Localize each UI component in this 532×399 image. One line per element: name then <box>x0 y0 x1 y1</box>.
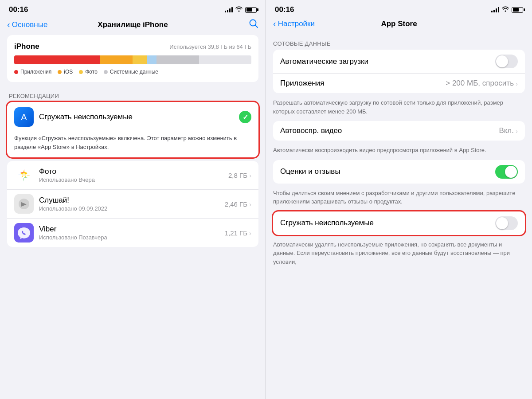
check-icon: ✓ <box>243 113 248 121</box>
svg-line-1 <box>255 25 258 28</box>
wifi-icon-left <box>235 6 243 13</box>
auto-video-card: Автовоспр. видео Вкл. › <box>273 121 525 141</box>
apps-size-value: > 200 МБ, спросить <box>446 79 514 88</box>
viber-app-name: Viber <box>39 225 219 234</box>
battery-icon-left <box>245 7 257 13</box>
left-screen: 00:16 ‹ Основные <box>0 0 266 399</box>
back-button-right[interactable]: ‹ Настройки <box>273 19 315 29</box>
storage-device-name: iPhone <box>14 42 39 51</box>
ratings-card: Оценки и отзывы <box>273 160 525 184</box>
section-label-recommendations: РЕКОМЕНДАЦИИ <box>7 93 258 102</box>
legend-system: Системные данные <box>104 69 158 75</box>
offload-right-thumb <box>496 217 508 229</box>
ratings-thumb <box>505 166 517 178</box>
slushay-app-size: 2,46 ГБ › <box>225 200 251 208</box>
apps-list: Фото Использовано Вчера 2,8 ГБ › <box>7 161 258 247</box>
back-label-left: Основные <box>12 20 48 29</box>
app-item-viber[interactable]: Viber Использовано Позавчера 1,21 ГБ › <box>7 219 258 247</box>
photos-app-icon <box>14 165 34 185</box>
auto-video-value: Вкл. <box>499 126 514 135</box>
auto-downloads-row[interactable]: Автоматические загрузки <box>273 50 525 74</box>
slushay-last-used: Использовано 09.09.2022 <box>39 205 219 212</box>
slushay-app-details: Слушай! Использовано 09.09.2022 <box>39 196 219 212</box>
offload-check-mark: ✓ <box>239 111 251 123</box>
status-icons-left <box>225 6 257 13</box>
apps-size-row[interactable]: Приложения > 200 МБ, спросить › <box>273 74 525 93</box>
back-chevron-left: ‹ <box>7 20 10 30</box>
viber-chevron: › <box>249 229 251 237</box>
segment-photos <box>133 55 147 64</box>
photos-app-size: 2,8 ГБ › <box>228 172 251 179</box>
cellular-description: Разрешать автоматическую загрузку по сот… <box>266 97 532 121</box>
ratings-toggle[interactable] <box>495 165 518 179</box>
offload-row-inner[interactable]: A Сгружать неиспользуемые ✓ <box>7 102 258 132</box>
signal-bars-right <box>491 7 499 12</box>
app-item-photos[interactable]: Фото Использовано Вчера 2,8 ГБ › <box>7 161 258 190</box>
signal-bar-r2 <box>493 10 495 12</box>
svg-text:A: A <box>21 112 27 122</box>
offload-row-right-highlighted[interactable]: Сгружать неиспользуемые <box>273 211 525 235</box>
storage-bar <box>14 55 251 64</box>
cellular-card: Автоматические загрузки Приложения > 200… <box>273 50 525 93</box>
storage-usage-text: Используется 39,8 ГБ из 64 ГБ <box>169 43 251 50</box>
viber-app-details: Viber Использовано Позавчера <box>39 225 219 241</box>
signal-bar-3 <box>229 8 231 12</box>
app-item-slushay[interactable]: Слушай! Использовано 09.09.2022 2,46 ГБ … <box>7 190 258 219</box>
photos-last-used: Использовано Вчера <box>39 176 223 183</box>
right-content: СОТОВЫЕ ДАННЫЕ Автоматические загрузки П… <box>266 33 532 399</box>
nav-title-left: Хранилище iPhone <box>98 20 168 29</box>
offload-right-label: Сгружать неиспользуемые <box>280 219 495 227</box>
signal-bars-left <box>225 7 233 12</box>
auto-downloads-thumb <box>496 55 508 67</box>
segment-ios <box>100 55 133 64</box>
photos-app-name: Фото <box>39 167 223 176</box>
legend-dot-system <box>104 70 108 74</box>
storage-card: iPhone Используется 39,8 ГБ из 64 ГБ При… <box>7 35 258 82</box>
signal-bar-1 <box>225 11 226 12</box>
photos-chevron: › <box>249 172 251 179</box>
auto-downloads-toggle[interactable] <box>495 55 518 68</box>
battery-fill-left <box>246 8 253 12</box>
storage-legend: Приложения iOS Фото Системные данные <box>14 69 251 75</box>
ratings-label: Оценки и отзывы <box>280 167 495 176</box>
slushay-chevron: › <box>249 200 251 208</box>
segment-apps <box>14 55 100 64</box>
nav-bar-right: ‹ Настройки App Store <box>266 16 532 33</box>
viber-last-used: Использовано Позавчера <box>39 234 219 241</box>
status-icons-right <box>491 6 523 13</box>
legend-ios: iOS <box>58 69 73 75</box>
right-screen: 00:16 ‹ Настройки <box>266 0 532 399</box>
legend-label-system: Системные данные <box>110 69 158 75</box>
auto-video-row[interactable]: Автовоспр. видео Вкл. › <box>273 121 525 141</box>
offload-right-row[interactable]: Сгружать неиспользуемые <box>273 211 525 235</box>
section-label-cellular: СОТОВЫЕ ДАННЫЕ <box>266 33 532 50</box>
legend-apps: Приложения <box>14 69 51 75</box>
status-time-right: 00:16 <box>275 5 294 14</box>
signal-bar-r4 <box>498 7 499 12</box>
legend-dot-apps <box>14 70 18 74</box>
photos-app-details: Фото Использовано Вчера <box>39 167 223 183</box>
signal-bar-r3 <box>496 8 497 12</box>
offload-row-highlighted[interactable]: A Сгружать неиспользуемые ✓ Функция «Сгр… <box>7 102 258 157</box>
segment-other <box>147 55 156 64</box>
offload-right-toggle[interactable] <box>495 216 518 230</box>
status-time-left: 00:16 <box>9 5 28 14</box>
auto-video-label: Автовоспр. видео <box>280 126 499 135</box>
svg-point-6 <box>22 173 26 177</box>
battery-fill-right <box>513 8 519 12</box>
ratings-description: Чтобы делиться своим мнением с разработч… <box>266 187 532 211</box>
back-chevron-right: ‹ <box>273 19 276 29</box>
ratings-row[interactable]: Оценки и отзывы <box>273 160 525 184</box>
auto-downloads-label: Автоматические загрузки <box>280 57 495 66</box>
auto-video-chevron: › <box>516 127 518 135</box>
offload-right-description: Автоматически удалять неиспользуемые при… <box>266 239 532 272</box>
back-button-left[interactable]: ‹ Основные <box>7 20 47 30</box>
search-button-left[interactable] <box>249 19 258 31</box>
wifi-icon-right <box>502 6 509 13</box>
apps-size-chevron: › <box>516 80 518 87</box>
segment-system <box>156 55 199 64</box>
slushay-app-name: Слушай! <box>39 196 219 205</box>
left-content: iPhone Используется 39,8 ГБ из 64 ГБ При… <box>0 35 266 399</box>
offload-description: Функция «Сгружать неиспользуемые» включе… <box>7 132 258 157</box>
offload-right-card: Сгружать неиспользуемые <box>273 211 525 235</box>
